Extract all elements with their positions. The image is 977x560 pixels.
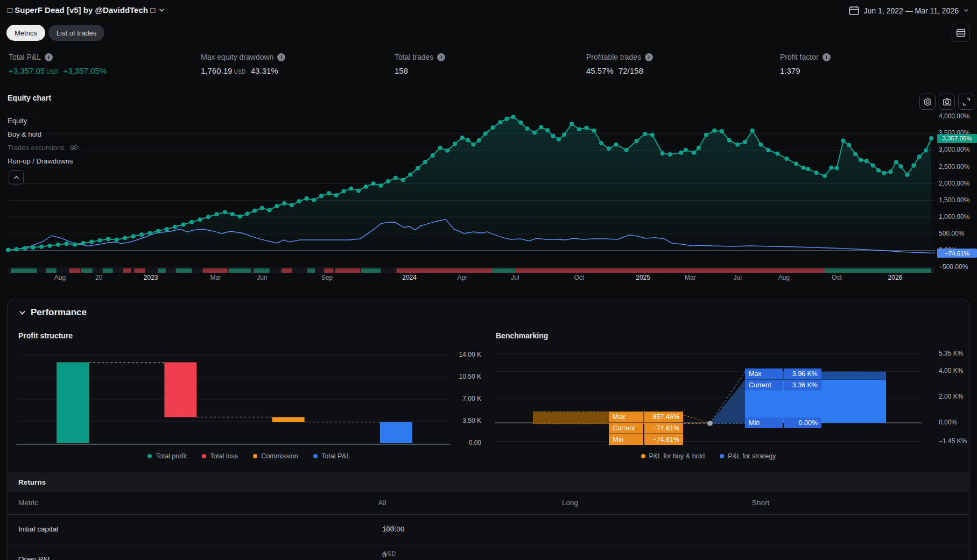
returns-section-header: Returns xyxy=(8,472,969,492)
x-axis-label: 2025 xyxy=(636,274,650,281)
info-icon[interactable]: i xyxy=(45,53,53,61)
trade-period-segment xyxy=(492,268,515,273)
tooltip-value: 857.46% xyxy=(644,412,683,422)
benchmarking-legend: P&L for buy & holdP&L for strategy xyxy=(495,452,922,460)
tooltip-value: −74.61% xyxy=(644,434,683,445)
legend-dot-icon xyxy=(253,454,257,458)
tooltip-row: Current−74.61% xyxy=(609,423,683,434)
y-axis-label: −500.00% xyxy=(939,263,968,271)
tooltip-row: Max857.46% xyxy=(609,412,683,422)
tooltip-value: 0.00% xyxy=(784,417,821,428)
trade-period-segment xyxy=(134,268,145,273)
y-axis-label: 1,000.00% xyxy=(939,213,969,221)
legend-item-equity[interactable]: Equity xyxy=(8,115,31,126)
stat-value: 158 xyxy=(395,66,408,75)
gear-icon xyxy=(923,97,932,107)
legend-dot-icon xyxy=(147,454,152,458)
legend-item: Total loss xyxy=(202,452,238,460)
x-axis-label: Mar xyxy=(685,274,696,281)
strategy-tooltip: Max3.96 K%Current3.36 K% xyxy=(745,368,821,391)
trade-period-segment xyxy=(123,268,131,273)
tooltip-row: Max3.96 K% xyxy=(745,368,821,379)
legend-dot-icon xyxy=(641,454,645,458)
legend-label: Total profit xyxy=(156,452,187,460)
returns-title: Returns xyxy=(18,478,46,486)
trade-period-segment xyxy=(69,268,81,273)
y-axis-label: −1.45 K% xyxy=(939,437,967,445)
strategy-title-dropdown[interactable]: □ SuperF Dead [v5] by @DaviddTech □ xyxy=(8,5,165,15)
legend-label: Run-up / Drawdowns xyxy=(8,157,73,165)
y-axis-label: 0.00 xyxy=(451,439,481,446)
y-axis-label: 3.50 K xyxy=(451,417,481,424)
x-axis-label: Oct xyxy=(832,274,842,281)
stat-label: Profitable trades xyxy=(586,53,641,61)
view-tabs: Metrics List of trades xyxy=(6,25,104,41)
tooltip-label: Max xyxy=(609,412,643,422)
y-axis-label: 3,000.00% xyxy=(939,146,969,153)
waterfall-bar[interactable] xyxy=(57,362,89,443)
waterfall-bar[interactable] xyxy=(272,417,305,422)
benchmarking-chart[interactable] xyxy=(484,347,977,463)
stat-profit-factor: Profit factori 1.379 xyxy=(780,52,831,75)
y-axis-label: 5.35 K% xyxy=(939,350,963,357)
performance-header[interactable]: Performance xyxy=(19,307,87,318)
trade-period-segment xyxy=(282,268,292,273)
equity-chart-title: Equity chart xyxy=(8,94,51,102)
origin-dot xyxy=(707,421,713,426)
column-header-all: All xyxy=(378,499,386,507)
trade-period-segment xyxy=(203,268,228,273)
legend-item: Total profit xyxy=(147,452,187,460)
tab-metrics[interactable]: Metrics xyxy=(6,25,45,41)
tooltip-label: Min xyxy=(609,434,643,445)
info-icon[interactable]: i xyxy=(437,53,445,61)
trade-period-segment xyxy=(46,268,57,273)
layout-rows-button[interactable] xyxy=(952,24,970,42)
y-axis-label: 2,000.00% xyxy=(939,180,969,187)
info-icon[interactable]: i xyxy=(823,53,831,61)
legend-item-runup-drawdowns[interactable]: Run-up / Drawdowns xyxy=(8,155,77,166)
trade-period-segment xyxy=(825,268,931,273)
y-axis-label: 7.00 K xyxy=(451,395,481,402)
rows-icon xyxy=(956,29,966,37)
legend-item-trades-excursions[interactable]: Trades excursions xyxy=(8,142,83,153)
tooltip-label: Current xyxy=(745,380,783,391)
y-axis-label: 4.00 K% xyxy=(939,367,963,374)
stat-total-trades: Total tradesi 158 xyxy=(395,52,445,75)
x-axis-label: 2026 xyxy=(888,274,903,281)
returns-table-header: Metric All Long Short xyxy=(8,492,969,515)
tab-list-of-trades[interactable]: List of trades xyxy=(48,25,104,41)
trade-period-segment xyxy=(103,268,113,273)
equity-chart[interactable] xyxy=(0,108,977,275)
info-icon[interactable]: i xyxy=(645,53,653,61)
date-range-picker[interactable]: Jun 1, 2022 — Mar 11, 2026 xyxy=(849,5,969,16)
legend-item: P&L for buy & hold xyxy=(641,452,705,460)
trade-period-segment xyxy=(176,268,192,273)
tooltip-row: Min−74.61% xyxy=(609,434,683,445)
column-header-short: Short xyxy=(752,499,769,507)
x-axis-label: Sep xyxy=(321,274,333,281)
value-unit: USD xyxy=(384,551,396,557)
legend-label: P&L for strategy xyxy=(728,452,776,460)
y-axis-label: 0.00% xyxy=(939,419,957,426)
trade-period-segment xyxy=(361,268,381,273)
profit-structure-legend: Total profitTotal lossCommissionTotal P&… xyxy=(19,452,479,460)
stat-label: Total P&L xyxy=(9,53,41,61)
tooltip-label: Current xyxy=(609,423,643,434)
legend-dot-icon xyxy=(720,454,724,458)
legend-label: Commission xyxy=(261,452,298,460)
y-axis-label: 14.00 K xyxy=(451,351,481,358)
chevron-down-icon xyxy=(19,310,26,315)
stat-profitable-trades: Profitable tradesi 45.57%72/158 xyxy=(586,52,653,75)
metric-cell: Initial capital xyxy=(18,525,58,533)
performance-title: Performance xyxy=(31,307,87,318)
waterfall-bar[interactable] xyxy=(380,422,412,443)
waterfall-bar[interactable] xyxy=(164,362,196,417)
eye-off-icon[interactable] xyxy=(69,144,79,151)
info-icon[interactable]: i xyxy=(277,53,285,61)
legend-item-buy-hold[interactable]: Buy & hold xyxy=(8,129,46,139)
metric-cell: Open P&L xyxy=(18,555,52,560)
legend-collapse-button[interactable] xyxy=(9,170,24,185)
profit-structure-chart[interactable] xyxy=(0,347,484,463)
trade-period-segment xyxy=(11,268,37,273)
table-row: Open P&L0USD xyxy=(8,545,969,560)
